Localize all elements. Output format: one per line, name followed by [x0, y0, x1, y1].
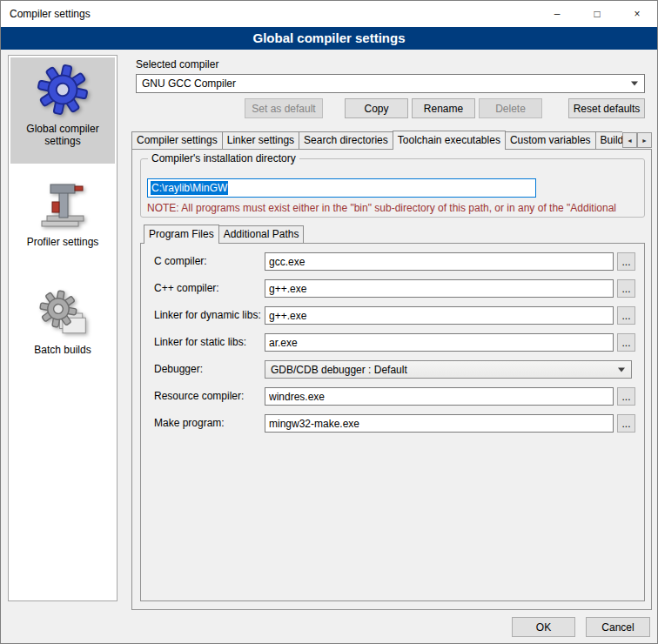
selected-compiler-dropdown[interactable]: GNU GCC Compiler	[136, 74, 645, 93]
tab-toolchain-executables[interactable]: Toolchain executables	[393, 131, 506, 150]
tab-additional-paths[interactable]: Additional Paths	[218, 225, 305, 243]
make-program-label: Make program:	[154, 417, 225, 429]
installation-directory-value: C:\raylib\MinGW	[151, 181, 228, 195]
close-button[interactable]: ×	[617, 1, 657, 27]
resource-compiler-input[interactable]	[265, 387, 614, 406]
profiler-tool-icon	[38, 181, 87, 230]
chevron-down-icon	[618, 367, 625, 372]
installation-directory-group-title: Compiler's installation directory	[148, 152, 299, 164]
program-files-tabstrip: Program Files Additional Paths	[144, 225, 303, 244]
tab-scroll-right-button[interactable]: ►	[637, 132, 652, 148]
tab-build-options[interactable]: Build	[595, 131, 622, 149]
cpp-compiler-input[interactable]	[265, 279, 614, 298]
selected-compiler-label: Selected compiler	[136, 58, 218, 70]
linker-static-browse-button[interactable]: ...	[617, 333, 635, 352]
maximize-button[interactable]: □	[577, 1, 617, 27]
selected-compiler-value: GNU GCC Compiler	[142, 77, 236, 90]
cancel-button[interactable]: Cancel	[586, 617, 650, 637]
gray-gear-icon	[38, 289, 87, 338]
cpp-compiler-label: C++ compiler:	[154, 282, 219, 294]
tab-custom-variables[interactable]: Custom variables	[505, 131, 596, 149]
sidebar-item-label: Batch builds	[10, 344, 115, 356]
window-controls: – □ ×	[537, 1, 657, 27]
debugger-label: Debugger:	[154, 363, 203, 375]
resource-compiler-browse-button[interactable]: ...	[617, 387, 635, 406]
sidebar-item-label: Profiler settings	[10, 236, 115, 248]
arrow-left-icon: ◄	[627, 138, 633, 144]
blue-gear-icon	[36, 63, 90, 117]
chevron-down-icon	[631, 82, 638, 86]
linker-dynamic-browse-button[interactable]: ...	[617, 306, 635, 325]
tab-program-files[interactable]: Program Files	[144, 225, 219, 244]
tab-linker-settings[interactable]: Linker settings	[222, 131, 299, 149]
close-icon: ×	[634, 8, 640, 20]
make-program-input[interactable]	[265, 414, 614, 433]
resource-compiler-label: Resource compiler:	[154, 390, 244, 402]
linker-dynamic-input[interactable]	[265, 306, 614, 325]
c-compiler-browse-button[interactable]: ...	[617, 252, 635, 271]
linker-dynamic-label: Linker for dynamic libs:	[154, 309, 261, 321]
minimize-button[interactable]: –	[537, 1, 577, 27]
titlebar[interactable]: Compiler settings – □ ×	[1, 1, 657, 27]
installation-directory-input[interactable]: C:\raylib\MinGW	[147, 178, 536, 198]
c-compiler-label: C compiler:	[154, 255, 207, 267]
delete-button: Delete	[479, 98, 542, 118]
reset-defaults-button[interactable]: Reset defaults	[568, 98, 645, 118]
debugger-select[interactable]: GDB/CDB debugger : Default	[265, 360, 632, 379]
maximize-icon: □	[594, 8, 600, 20]
sidebar-item-batch-builds[interactable]: Batch builds	[10, 284, 115, 367]
ok-button[interactable]: OK	[512, 617, 575, 637]
make-program-browse-button[interactable]: ...	[617, 414, 635, 433]
debugger-value: GDB/CDB debugger : Default	[271, 364, 407, 376]
settings-category-list: Global compiler settings Profiler settin…	[8, 55, 118, 601]
set-as-default-button: Set as default	[245, 98, 323, 118]
sidebar-item-profiler-settings[interactable]: Profiler settings	[10, 176, 115, 259]
note-text: NOTE: All programs must exist either in …	[147, 202, 641, 214]
c-compiler-input[interactable]	[265, 252, 614, 271]
minimize-icon: –	[554, 8, 561, 20]
tab-compiler-settings[interactable]: Compiler settings	[131, 131, 223, 149]
linker-static-label: Linker for static libs:	[154, 336, 246, 348]
linker-static-input[interactable]	[265, 333, 614, 352]
sidebar-item-global-compiler-settings[interactable]: Global compiler settings	[10, 57, 115, 164]
copy-button[interactable]: Copy	[345, 98, 408, 118]
sidebar-item-label: Global compiler settings	[10, 123, 115, 147]
tab-scroll-left-button[interactable]: ◄	[622, 132, 637, 148]
window-title: Compiler settings	[1, 8, 91, 20]
arrow-right-icon: ►	[641, 138, 648, 144]
rename-button[interactable]: Rename	[412, 98, 475, 118]
tab-search-directories[interactable]: Search directories	[299, 131, 393, 149]
settings-tabstrip: Compiler settings Linker settings Search…	[131, 131, 622, 150]
dialog-banner: Global compiler settings	[1, 27, 657, 50]
cpp-compiler-browse-button[interactable]: ...	[617, 279, 635, 298]
compiler-settings-window: Compiler settings – □ × Global compiler …	[0, 0, 658, 644]
